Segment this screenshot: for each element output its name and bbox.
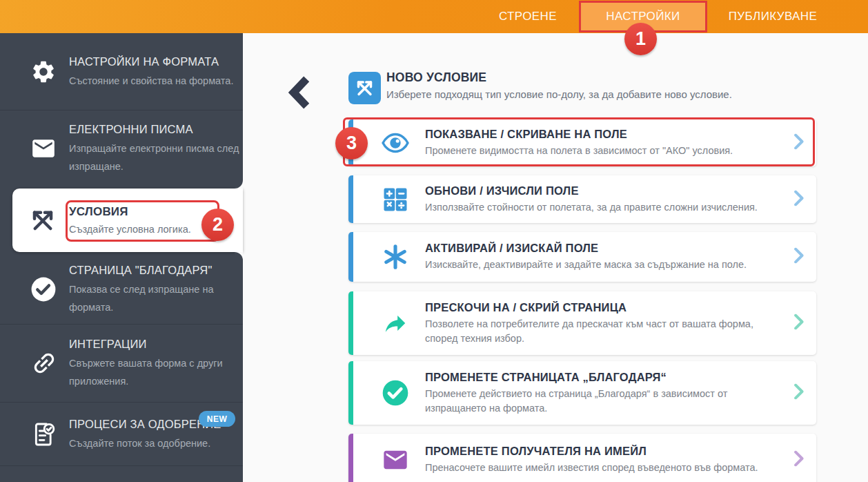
top-navbar: СТРОЕНЕ НАСТРОЙКИ ПУБЛИКУВАНЕ — [0, 0, 868, 33]
sidebar: НАСТРОЙКИ НА ФОРМАТА Състояние и свойств… — [0, 33, 243, 482]
card-show-hide-field[interactable]: ПОКАЗВАНЕ / СКРИВАНЕ НА ПОЛЕ Променете в… — [348, 119, 816, 166]
annotation-step-2-badge: 2 — [201, 209, 234, 241]
sidebar-item-emails[interactable]: ЕЛЕКТРОННИ ПИСМА Изпращайте електронни п… — [0, 110, 243, 186]
chevron-right-icon — [793, 134, 804, 153]
approval-icon — [30, 421, 69, 448]
sidebar-item-title: СТРАНИЦА "БЛАГОДАРЯ" — [69, 262, 240, 278]
card-title: ПРЕСКОЧИ НА / СКРИЙ СТРАНИЦА — [425, 301, 780, 314]
chevron-right-icon — [793, 384, 804, 403]
page-subtitle: Изберете подходящ тип условие по-долу, з… — [386, 88, 732, 100]
card-title: ПРОМЕНЕТЕ ПОЛУЧАТЕЛЯ НА ИМЕЙЛ — [425, 445, 780, 458]
chevron-right-icon — [793, 248, 804, 267]
chevron-right-icon — [793, 451, 804, 470]
settings-panel: НОВО УСЛОВИЕ Изберете подходящ тип услов… — [243, 33, 868, 482]
new-condition-icon — [348, 72, 381, 104]
tab-build[interactable]: СТРОЕНЕ — [486, 0, 569, 33]
calculator-icon — [379, 187, 411, 212]
sidebar-item-desc: Показва се след изпращане на формата. — [69, 280, 240, 316]
back-button[interactable] — [288, 76, 313, 109]
card-update-calculate-field[interactable]: ОБНОВИ / ИЗЧИСЛИ ПОЛЕ Използвайте стойно… — [348, 175, 816, 223]
annotation-step-1-badge: 1 — [624, 23, 657, 55]
card-change-email-recipient[interactable]: ПРОМЕНЕТЕ ПОЛУЧАТЕЛЯ НА ИМЕЙЛ Пренасочет… — [348, 434, 816, 482]
card-desc: Позволете на потребителите да прескачат … — [425, 317, 780, 346]
envelope-icon — [30, 135, 69, 162]
eye-icon — [379, 132, 411, 154]
page-title: НОВО УСЛОВИЕ — [386, 70, 486, 85]
card-skip-hide-page[interactable]: ПРЕСКОЧИ НА / СКРИЙ СТРАНИЦА Позволете н… — [348, 291, 816, 355]
skip-arrow-icon — [379, 310, 411, 336]
check-circle-icon — [30, 276, 69, 302]
sidebar-item-title: ИНТЕГРАЦИИ — [69, 336, 240, 351]
check-circle-icon — [379, 379, 411, 407]
card-enable-require-field[interactable]: АКТИВИРАЙ / ИЗИСКАЙ ПОЛЕ Изисквайте, деа… — [348, 232, 816, 282]
card-desc: Пренасочете вашите имейл известия според… — [425, 461, 780, 475]
sidebar-item-form-settings[interactable]: НАСТРОЙКИ НА ФОРМАТА Състояние и свойств… — [0, 33, 243, 110]
card-change-thank-you-page[interactable]: ПРОМЕНЕТЕ СТРАНИЦАТА „БЛАГОДАРЯ“ Промене… — [348, 361, 816, 425]
chevron-right-icon — [793, 190, 804, 209]
card-desc: Изисквайте, деактивирайте и задайте маск… — [425, 258, 780, 272]
card-title: АКТИВИРАЙ / ИЗИСКАЙ ПОЛЕ — [425, 242, 780, 255]
new-badge: NEW — [199, 411, 235, 427]
envelope-icon — [379, 446, 411, 474]
sidebar-item-desc: Създайте поток за одобрение. — [69, 434, 240, 452]
sidebar-item-desc: Свържете вашата форма с други приложения… — [69, 354, 240, 390]
chevron-left-icon — [288, 99, 309, 111]
card-desc: Използвайте стойности от полетата, за да… — [425, 200, 780, 215]
sidebar-item-title: ЕЛЕКТРОННИ ПИСМА — [69, 122, 240, 137]
card-desc: Променете действието на страница „Благод… — [425, 387, 780, 416]
sidebar-item-desc: Изпращайте електронни писма след изпраща… — [69, 139, 240, 175]
chevron-right-icon — [793, 314, 804, 333]
link-icon — [30, 349, 69, 377]
card-desc: Променете видимостта на полета в зависим… — [425, 144, 780, 158]
card-title: ПОКАЗВАНЕ / СКРИВАНЕ НА ПОЛЕ — [425, 128, 780, 141]
card-title: ПРОМЕНЕТЕ СТРАНИЦАТА „БЛАГОДАРЯ“ — [425, 371, 780, 384]
asterisk-icon — [379, 244, 411, 269]
sidebar-corner-notch — [235, 180, 243, 189]
sidebar-item-desc: Състояние и свойства на формата. — [69, 72, 240, 90]
tab-publish[interactable]: ПУБЛИКУВАНЕ — [715, 0, 831, 33]
sidebar-item-thank-you-page[interactable]: СТРАНИЦА "БЛАГОДАРЯ" Показва се след изп… — [0, 254, 243, 325]
sidebar-item-integrations[interactable]: ИНТЕГРАЦИИ Свържете вашата форма с други… — [0, 325, 243, 403]
card-title: ОБНОВИ / ИЗЧИСЛИ ПОЛЕ — [425, 184, 780, 197]
sidebar-item-title: НАСТРОЙКИ НА ФОРМАТА — [69, 54, 240, 69]
gear-icon — [30, 59, 69, 85]
annotation-step-3-badge: 3 — [335, 127, 368, 160]
conditions-icon — [30, 208, 69, 233]
